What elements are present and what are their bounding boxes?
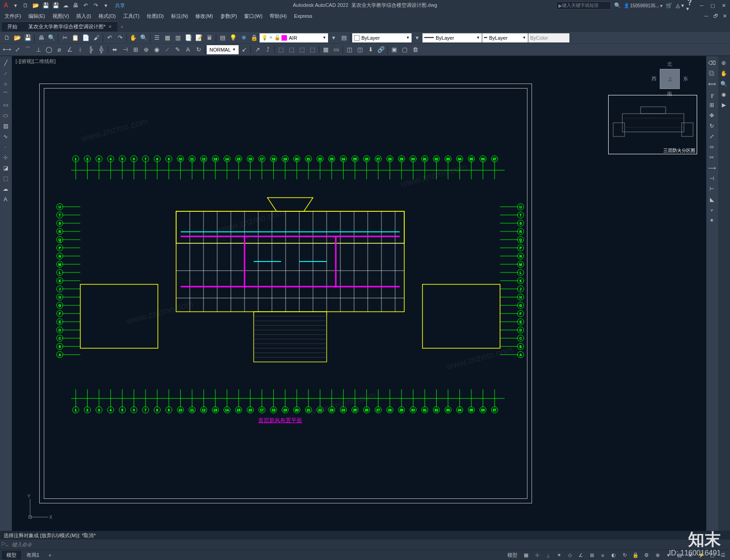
jogged-icon[interactable]: ⟋ bbox=[162, 45, 172, 55]
pan-icon[interactable]: ✋ bbox=[128, 33, 138, 43]
tab-start[interactable]: 开始 bbox=[2, 21, 23, 31]
maximize-button[interactable]: ▢ bbox=[708, 1, 717, 10]
preview-icon[interactable]: 🔍 bbox=[47, 33, 57, 43]
rotate-icon[interactable]: ↻ bbox=[706, 121, 717, 131]
doc-restore-button[interactable]: 🗗 bbox=[711, 12, 720, 20]
dynamic-toggle-icon[interactable]: ⊞ bbox=[587, 551, 597, 560]
layout1-tab[interactable]: 布局1 bbox=[22, 551, 44, 560]
plotstyle-dropdown[interactable]: ByColor bbox=[528, 33, 569, 42]
extend-icon[interactable]: ⟶ bbox=[706, 163, 717, 173]
osnap-toggle-icon[interactable]: ◇ bbox=[565, 551, 575, 560]
search-icon[interactable]: 🔍 bbox=[613, 1, 622, 10]
qat-save-icon[interactable]: 💾 bbox=[41, 1, 50, 10]
tab-new-button[interactable]: ＋ bbox=[117, 23, 126, 30]
rectangle-icon[interactable]: ▭ bbox=[0, 100, 11, 110]
layer-tools-icon[interactable]: ▤ bbox=[339, 33, 349, 43]
ortho-toggle-icon[interactable]: ⟂ bbox=[543, 551, 553, 560]
zoom-icon[interactable]: 🔍 bbox=[139, 33, 149, 43]
field-icon[interactable]: ▭ bbox=[331, 45, 341, 55]
markup-icon[interactable]: 📝 bbox=[194, 33, 204, 43]
color-dropdown[interactable]: ByLayer▼ bbox=[352, 33, 412, 42]
dim-tool3-icon[interactable]: ⬚ bbox=[297, 45, 307, 55]
annotation-monitor-icon[interactable]: ⊕ bbox=[652, 551, 662, 560]
dimstyle-edit-icon[interactable]: ↙ bbox=[239, 45, 249, 55]
dimtedit-icon[interactable]: A bbox=[183, 45, 193, 55]
menu-parametric[interactable]: 参数(P) bbox=[217, 12, 241, 21]
print-icon[interactable]: 🖶 bbox=[36, 33, 46, 43]
menu-edit[interactable]: 编辑(E) bbox=[25, 12, 49, 21]
menu-express[interactable]: Express bbox=[290, 12, 316, 20]
showmotion-icon[interactable]: ▶ bbox=[718, 100, 729, 110]
dim-tool2-icon[interactable]: ⬚ bbox=[287, 45, 297, 55]
lineweight-dropdown[interactable]: ━ByLayer▼ bbox=[482, 33, 528, 42]
grid-toggle-icon[interactable]: ▦ bbox=[521, 551, 531, 560]
break-icon[interactable]: ⊣ bbox=[706, 173, 717, 183]
calc-icon[interactable]: 🖩 bbox=[204, 33, 214, 43]
layer-lock-icon[interactable]: 🔒 bbox=[249, 33, 259, 43]
help-icon[interactable]: ❔ ▾ bbox=[686, 1, 695, 10]
open-icon[interactable]: 📂 bbox=[12, 33, 22, 43]
group-icon[interactable]: ▣ bbox=[389, 45, 399, 55]
model-tab[interactable]: 模型 bbox=[2, 551, 21, 560]
linetype-dropdown[interactable]: ━━━ByLayer▼ bbox=[422, 33, 482, 42]
insert-icon[interactable]: ⬇ bbox=[365, 45, 375, 55]
lineweight-toggle-icon[interactable]: ≡ bbox=[598, 551, 608, 560]
circle-icon[interactable]: ○ bbox=[0, 79, 11, 89]
mleader-icon[interactable]: ⤴ bbox=[263, 45, 273, 55]
offset-icon[interactable]: ╔ bbox=[706, 89, 717, 99]
tolerance-icon[interactable]: ⊞ bbox=[130, 45, 141, 55]
explode-icon[interactable]: ✶ bbox=[706, 215, 717, 225]
region-icon[interactable]: ◪ bbox=[0, 163, 11, 173]
line-icon[interactable]: ╱ bbox=[0, 58, 11, 68]
join-icon[interactable]: ⊢ bbox=[706, 184, 717, 194]
menu-modify[interactable]: 修改(M) bbox=[192, 12, 217, 21]
dim-diameter-icon[interactable]: ⌀ bbox=[54, 45, 64, 55]
move-icon[interactable]: ✥ bbox=[706, 110, 717, 120]
dim-baseline-icon[interactable]: ╠ bbox=[86, 45, 96, 55]
undo-icon[interactable]: ↶ bbox=[104, 33, 115, 43]
dim-quick-icon[interactable]: ⟊ bbox=[75, 45, 85, 55]
xref-icon[interactable]: 🔗 bbox=[376, 45, 386, 55]
orbit-icon[interactable]: ◉ bbox=[718, 89, 729, 99]
menu-dimension[interactable]: 标注(N) bbox=[167, 12, 192, 21]
paste-icon[interactable]: 📄 bbox=[81, 33, 91, 43]
app-icon[interactable]: ◬ ▾ bbox=[675, 1, 684, 10]
revision-icon[interactable]: ☁ bbox=[0, 184, 11, 194]
menu-insert[interactable]: 插入(I) bbox=[73, 12, 94, 21]
command-input[interactable]: ▷_ 键入命令 bbox=[0, 539, 730, 550]
ungroup-icon[interactable]: ▢ bbox=[400, 45, 410, 55]
tab-close-icon[interactable]: ✕ bbox=[108, 24, 112, 29]
view-cube[interactable]: 北 南 西 东 上 bbox=[652, 61, 688, 97]
dim-angular-icon[interactable]: ∠ bbox=[65, 45, 75, 55]
qat-redo-icon[interactable]: ↷ bbox=[91, 1, 100, 10]
close-button[interactable]: ✕ bbox=[719, 1, 728, 10]
redo-icon[interactable]: ↷ bbox=[115, 33, 125, 43]
polyline-icon[interactable]: ⟋ bbox=[0, 68, 11, 79]
construction-icon[interactable]: ⊹ bbox=[0, 152, 11, 162]
menu-draw[interactable]: 绘图(D) bbox=[143, 12, 167, 21]
inspect-icon[interactable]: ◉ bbox=[151, 45, 162, 55]
properties-icon[interactable]: ☰ bbox=[152, 33, 162, 43]
boundary-icon[interactable]: ⬚ bbox=[0, 173, 11, 183]
designcenter-icon[interactable]: ▦ bbox=[162, 33, 172, 43]
viewport-label[interactable]: [-][俯视][二维线框] bbox=[16, 58, 56, 65]
sheetset-icon[interactable]: 📑 bbox=[183, 33, 193, 43]
dim-aligned-icon[interactable]: ⤢ bbox=[12, 45, 22, 55]
layer-on-icon[interactable]: 💡 bbox=[228, 33, 238, 43]
dim-break-icon[interactable]: ⊣ bbox=[120, 45, 130, 55]
ellipse-icon[interactable]: ⬭ bbox=[0, 110, 11, 120]
cart-icon[interactable]: 🛒 bbox=[664, 1, 673, 10]
doc-minimize-button[interactable]: ─ bbox=[702, 12, 711, 20]
qat-new-icon[interactable]: 🗋 bbox=[21, 1, 30, 10]
qat-undo-icon[interactable]: ↶ bbox=[81, 1, 90, 10]
dimupdate-icon[interactable]: ↻ bbox=[193, 45, 203, 55]
workspace-icon[interactable]: ⚙ bbox=[641, 551, 652, 560]
menu-format[interactable]: 格式(O) bbox=[95, 12, 120, 21]
purge-icon[interactable]: 🗑 bbox=[410, 45, 420, 55]
wblock-icon[interactable]: ◫ bbox=[355, 45, 365, 55]
qat-dropdown-icon[interactable]: ▾ bbox=[101, 1, 110, 10]
dim-space-icon[interactable]: ⬌ bbox=[110, 45, 120, 55]
pan-nav-icon[interactable]: ✋ bbox=[718, 68, 729, 79]
menu-view[interactable]: 视图(V) bbox=[49, 12, 73, 21]
fillet-icon[interactable]: ⦡ bbox=[706, 205, 717, 215]
